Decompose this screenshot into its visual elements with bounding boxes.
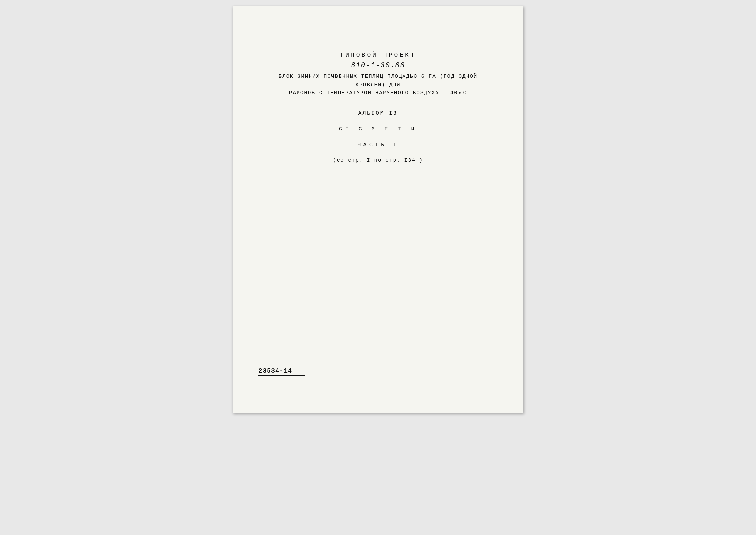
description-line2-prefix: РАЙОНОВ С ТЕМПЕРАТУРОЙ НАРУЖНОГО ВОЗДУХА… — [289, 89, 458, 98]
pages-range: (со стр. I по стр. I34 ) — [333, 157, 423, 163]
description-line2-suffix: С — [463, 89, 467, 98]
description-line2: РАЙОНОВ С ТЕМПЕРАТУРОЙ НАРУЖНОГО ВОЗДУХА… — [265, 89, 491, 98]
main-content: ТИПОВОЙ ПРОЕКТ 810-1-30.88 БЛОК ЗИМНИХ П… — [258, 26, 498, 173]
temp-superscript: О — [459, 91, 462, 97]
document-page: ТИПОВОЙ ПРОЕКТ 810-1-30.88 БЛОК ЗИМНИХ П… — [233, 7, 523, 413]
doc-number: 23534-14 — [258, 367, 305, 376]
document-number-area: 23534-14 · · · · · · — [258, 367, 305, 381]
chast-label: ЧАСТЬ I — [357, 142, 398, 148]
album-label: АЛЬБОМ I3 — [358, 110, 398, 116]
doc-sub: · · · · · · — [258, 377, 305, 381]
title-main: ТИПОВОЙ ПРОЕКТ — [340, 52, 416, 58]
description-line1: БЛОК ЗИМНИХ ПОЧВЕННЫХ ТЕПЛИЦ ПЛОЩАДЬЮ 6 … — [265, 73, 491, 89]
title-description: БЛОК ЗИМНИХ ПОЧВЕННЫХ ТЕПЛИЦ ПЛОЩАДЬЮ 6 … — [265, 73, 491, 98]
title-number: 810-1-30.88 — [351, 61, 405, 70]
smety-label: CI С М Е Т Ы — [339, 126, 417, 132]
